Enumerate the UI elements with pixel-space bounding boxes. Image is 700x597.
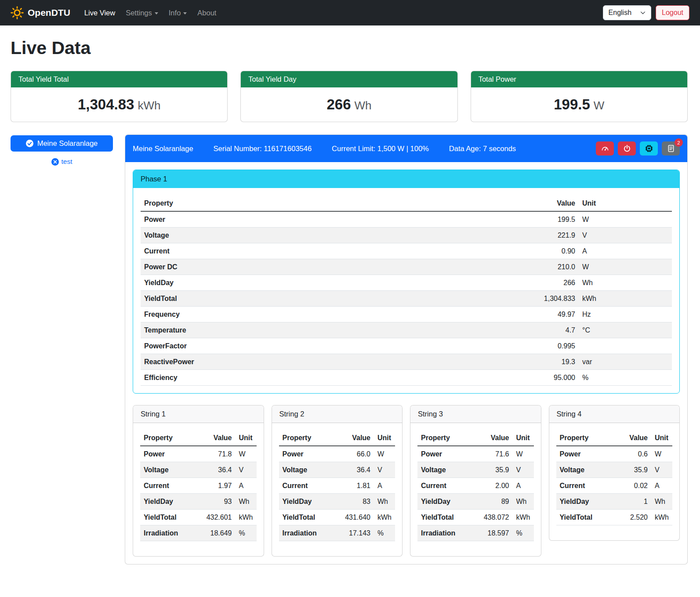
- sidebar-item-test[interactable]: test: [11, 158, 113, 166]
- unit-cell: %: [579, 370, 672, 386]
- col-value: Value: [403, 195, 579, 211]
- col-property: Property: [556, 430, 614, 446]
- table-row: YieldDay 93 Wh: [140, 494, 257, 510]
- value-cell: 1: [614, 494, 651, 510]
- value-cell: 431.640: [332, 510, 374, 525]
- nav-item-live-view[interactable]: Live View: [80, 5, 120, 21]
- string-card-body: Property Value Unit: [549, 423, 680, 540]
- event-log-button[interactable]: 2: [662, 141, 680, 156]
- col-unit: Unit: [236, 430, 257, 446]
- value-cell: 1.81: [332, 478, 374, 494]
- summary-value: 266: [326, 96, 351, 112]
- brand[interactable]: OpenDTU: [11, 6, 70, 19]
- summary-card-body: 1,304.83kWh: [11, 87, 227, 122]
- cpu-icon: [645, 145, 653, 152]
- table-row: ReactivePower 19.3 var: [141, 354, 672, 370]
- speedometer-icon: [601, 145, 609, 152]
- summary-card-body: 199.5W: [471, 87, 687, 122]
- col-value: Value: [614, 430, 651, 446]
- table-header-row: Property Value Unit: [140, 430, 257, 446]
- device-info-button[interactable]: [640, 141, 658, 156]
- summary-unit: Wh: [355, 99, 372, 112]
- unit-cell: Wh: [374, 494, 395, 510]
- sidebar-item-test-label: test: [62, 158, 73, 166]
- property-cell: YieldTotal: [141, 291, 403, 307]
- nav-item-info[interactable]: Info: [164, 5, 192, 21]
- table-row: Voltage 35.9 V: [417, 462, 534, 478]
- value-cell: 95.000: [403, 370, 579, 386]
- event-count-badge: 2: [675, 138, 683, 147]
- string-card-body: Property Value Unit: [133, 423, 264, 556]
- unit-cell: kWh: [651, 510, 672, 525]
- summary-card-title: Total Yield Total: [11, 71, 227, 87]
- limit-settings-button[interactable]: [596, 141, 614, 156]
- inverter-select-button[interactable]: Meine Solaranlage: [11, 135, 113, 152]
- inverter-panel-header: Meine Solaranlage Serial Number: 1161716…: [125, 135, 687, 162]
- power-icon: [623, 145, 631, 152]
- unit-cell: A: [651, 478, 672, 494]
- col-property: Property: [417, 430, 471, 446]
- table-row: YieldDay 1 Wh: [556, 494, 673, 510]
- string-card-title: String 3: [410, 405, 541, 423]
- logout-button[interactable]: Logout: [656, 5, 689, 20]
- value-cell: 0.02: [614, 478, 651, 494]
- string-card-title: String 1: [133, 405, 264, 423]
- x-circle-icon: [51, 158, 59, 166]
- table-row: Irradiation 18.649 %: [140, 525, 257, 541]
- value-cell: 18.597: [471, 525, 512, 541]
- nav-item-label: About: [197, 9, 216, 17]
- property-cell: Frequency: [141, 307, 403, 322]
- table-row: YieldDay 266 Wh: [141, 275, 672, 291]
- property-cell: YieldDay: [556, 494, 614, 510]
- top-navbar: OpenDTU Live View Settings Info About En…: [0, 0, 700, 25]
- inverter-select-label: Meine Solaranlage: [37, 139, 98, 148]
- unit-cell: W: [579, 259, 672, 275]
- nav-item-label: Settings: [126, 9, 152, 17]
- value-cell: 1,304.833: [403, 291, 579, 307]
- property-cell: Voltage: [556, 462, 614, 478]
- unit-cell: %: [374, 525, 395, 541]
- phase-card-body: Property Value Unit Power: [133, 188, 679, 393]
- table-row: YieldDay 83 Wh: [279, 494, 395, 510]
- property-cell: YieldTotal: [556, 510, 614, 525]
- power-button[interactable]: [618, 141, 636, 156]
- string-card-title: String 4: [549, 405, 680, 423]
- value-cell: 438.072: [471, 510, 512, 525]
- string-card: String 2 Property Value Unit: [272, 405, 403, 557]
- nav-links: Live View Settings Info About: [80, 5, 221, 21]
- unit-cell: A: [374, 478, 395, 494]
- property-cell: Power DC: [141, 259, 403, 275]
- table-row: YieldTotal 431.640 kWh: [279, 510, 395, 525]
- value-cell: 49.97: [403, 307, 579, 322]
- nav-item-about[interactable]: About: [193, 5, 221, 21]
- col-value: Value: [332, 430, 374, 446]
- nav-item-label: Live View: [84, 9, 115, 17]
- brand-label: OpenDTU: [28, 7, 70, 18]
- table-row: Efficiency 95.000 %: [141, 370, 672, 386]
- unit-cell: var: [579, 354, 672, 370]
- value-cell: 199.5: [403, 211, 579, 228]
- table-header-row: Property Value Unit: [556, 430, 673, 446]
- summary-value: 199.5: [554, 96, 590, 112]
- property-cell: Current: [141, 243, 403, 259]
- value-cell: 89: [471, 494, 512, 510]
- col-value: Value: [193, 430, 235, 446]
- value-cell: 2.520: [614, 510, 651, 525]
- phase-table: Property Value Unit Power: [141, 195, 672, 386]
- nav-item-settings[interactable]: Settings: [121, 5, 163, 21]
- unit-cell: W: [374, 446, 395, 462]
- col-property: Property: [279, 430, 332, 446]
- property-cell: Irradiation: [279, 525, 332, 541]
- value-cell: 83: [332, 494, 374, 510]
- value-cell: 210.0: [403, 259, 579, 275]
- unit-cell: V: [513, 462, 534, 478]
- table-header-row: Property Value Unit: [141, 195, 672, 211]
- unit-cell: A: [236, 478, 257, 494]
- table-row: Current 1.97 A: [140, 478, 257, 494]
- inverter-name: Meine Solaranlage: [133, 145, 193, 153]
- summary-card: Total Yield Day 266Wh: [240, 71, 457, 122]
- language-select[interactable]: English: [603, 5, 651, 20]
- inverter-sidebar: Meine Solaranlage test: [11, 134, 113, 166]
- unit-cell: W: [579, 211, 672, 228]
- unit-cell: A: [513, 478, 534, 494]
